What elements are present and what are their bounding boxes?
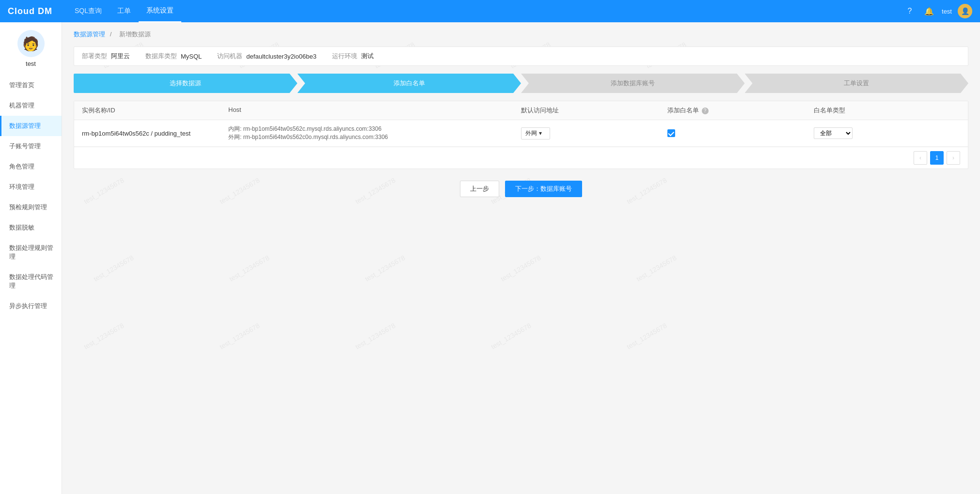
watermark: test_12345678 (228, 254, 270, 283)
help-icon[interactable]: ? (903, 4, 917, 18)
sidebar-item-process-code[interactable]: 数据处理代码管理 (0, 267, 62, 296)
db-label: 数据库类型 (145, 52, 177, 61)
watermark: test_12345678 (625, 322, 668, 351)
sidebar-item-subaccount[interactable]: 子账号管理 (0, 136, 62, 156)
app-logo: Cloud DM (8, 6, 52, 16)
prev-page-btn[interactable]: ‹ (914, 151, 927, 165)
watermark: test_12345678 (92, 254, 135, 283)
sidebar-item-precheck[interactable]: 预检规则管理 (0, 197, 62, 217)
db-value: MySQL (181, 53, 202, 60)
watermark: test_12345678 (499, 254, 542, 283)
col-host: Host (228, 106, 521, 115)
instance-table: 实例名称/ID Host 默认访问地址 添加白名单 ? 白名单类型 rm-bp1… (74, 101, 968, 169)
watermark: test_12345678 (635, 254, 678, 283)
top-nav-right: ? 🔔 test 👤 (903, 4, 972, 18)
host-cell: 内网: rm-bp1om5i64tw0s562c.mysql.rds.aliyu… (228, 125, 521, 141)
env-value: 测试 (361, 52, 374, 61)
col-default-addr: 默认访问地址 (521, 106, 667, 115)
next-step-button[interactable]: 下一步：数据库账号 (505, 181, 582, 197)
nav-settings[interactable]: 系统设置 (139, 0, 181, 22)
sidebar-item-process-rule[interactable]: 数据处理规则管理 (0, 238, 62, 267)
step-2: 添加白名单 (298, 74, 522, 93)
table-row: rm-bp1om5i64tw0s562c / pudding_test 内网: … (74, 120, 968, 147)
next-page-btn[interactable]: › (947, 151, 960, 165)
sidebar: 🧑 test 管理首页 机器管理 数据源管理 子账号管理 角色管理 环境管理 预… (0, 22, 62, 494)
pagination: ‹ 1 › (74, 147, 968, 169)
user-avatar[interactable]: 👤 (958, 4, 972, 18)
sidebar-item-masking[interactable]: 数据脱敏 (0, 217, 62, 238)
default-addr-select[interactable]: 外网 ▾ (521, 127, 550, 139)
main-content: test_12345678 test_12345678 test_1234567… (62, 22, 980, 494)
info-bar: 部署类型 阿里云 数据库类型 MySQL 访问机器 defaultcluster… (74, 46, 968, 66)
whitelist-checkbox-cell (667, 129, 814, 137)
top-nav-menu: SQL查询 工单 系统设置 (67, 0, 903, 22)
env-label: 运行环境 (332, 52, 357, 61)
nav-workorder[interactable]: 工单 (110, 0, 139, 22)
sidebar-nav: 管理首页 机器管理 数据源管理 子账号管理 角色管理 环境管理 预检规则管理 数… (0, 75, 62, 316)
sidebar-user-info: 🧑 test (17, 30, 45, 67)
host-internal: 内网: rm-bp1om5i64tw0s562c.mysql.rds.aliyu… (228, 125, 521, 133)
breadcrumb-parent[interactable]: 数据源管理 (74, 31, 105, 38)
sidebar-item-role[interactable]: 角色管理 (0, 156, 62, 177)
watermark-overlay: test_12345678 test_12345678 test_1234567… (62, 22, 980, 494)
sidebar-item-env[interactable]: 环境管理 (0, 177, 62, 197)
whitelist-type-cell: 全部 内网 外网 (814, 127, 960, 139)
sidebar-item-machine[interactable]: 机器管理 (0, 95, 62, 116)
col-add-whitelist: 添加白名单 ? (667, 106, 814, 115)
sidebar-item-home[interactable]: 管理首页 (0, 75, 62, 95)
access-machine-field: 访问机器 defaultcluster3y2io06be3 (217, 52, 316, 61)
default-addr-cell: 外网 ▾ (521, 127, 667, 139)
chevron-down-icon: ▾ (539, 130, 542, 137)
watermark: test_12345678 (82, 322, 125, 351)
sidebar-item-datasource[interactable]: 数据源管理 (0, 116, 62, 136)
step-4: 工单设置 (745, 74, 969, 93)
step-1: 选择数据源 (74, 74, 298, 93)
whitelist-help-icon[interactable]: ? (702, 108, 709, 114)
deploy-label: 部署类型 (82, 52, 107, 61)
access-label: 访问机器 (217, 52, 242, 61)
layout: 🧑 test 管理首页 机器管理 数据源管理 子账号管理 角色管理 环境管理 预… (0, 22, 980, 494)
prev-step-button[interactable]: 上一步 (460, 181, 499, 197)
instance-name-cell: rm-bp1om5i64tw0s562c / pudding_test (82, 130, 228, 137)
sidebar-item-async[interactable]: 异步执行管理 (0, 296, 62, 316)
top-nav: Cloud DM SQL查询 工单 系统设置 ? 🔔 test 👤 (0, 0, 980, 22)
nav-sql[interactable]: SQL查询 (67, 0, 110, 22)
table-header: 实例名称/ID Host 默认访问地址 添加白名单 ? 白名单类型 (74, 101, 968, 120)
breadcrumb-current: 新增数据源 (119, 31, 151, 38)
access-value: defaultcluster3y2io06be3 (246, 53, 316, 60)
page-1-btn[interactable]: 1 (930, 151, 944, 165)
whitelist-type-select[interactable]: 全部 内网 外网 (814, 127, 853, 139)
watermark: test_12345678 (490, 322, 532, 351)
step-3: 添加数据库账号 (521, 74, 745, 93)
watermark: test_12345678 (354, 322, 396, 351)
username-label: test (942, 8, 952, 15)
watermark: test_12345678 (218, 322, 261, 351)
col-instance-name: 实例名称/ID (82, 106, 228, 115)
host-external: 外网: rm-bp1om5i64tw0s562c0o.mysql.rds.ali… (228, 133, 521, 141)
deploy-value: 阿里云 (111, 52, 130, 61)
breadcrumb: 数据源管理 / 新增数据源 (74, 30, 968, 39)
col-whitelist-type: 白名单类型 (814, 106, 960, 115)
steps-bar: 选择数据源 添加白名单 添加数据库账号 工单设置 (74, 74, 968, 93)
action-buttons: 上一步 下一步：数据库账号 (74, 181, 968, 197)
watermark: test_12345678 (364, 254, 406, 283)
deploy-type-field: 部署类型 阿里云 (82, 52, 130, 61)
db-type-field: 数据库类型 MySQL (145, 52, 202, 61)
notification-icon[interactable]: 🔔 (922, 4, 936, 18)
whitelist-checkbox[interactable] (667, 129, 675, 137)
sidebar-username: test (26, 60, 36, 67)
sidebar-avatar: 🧑 (17, 30, 45, 57)
env-field: 运行环境 测试 (332, 52, 374, 61)
